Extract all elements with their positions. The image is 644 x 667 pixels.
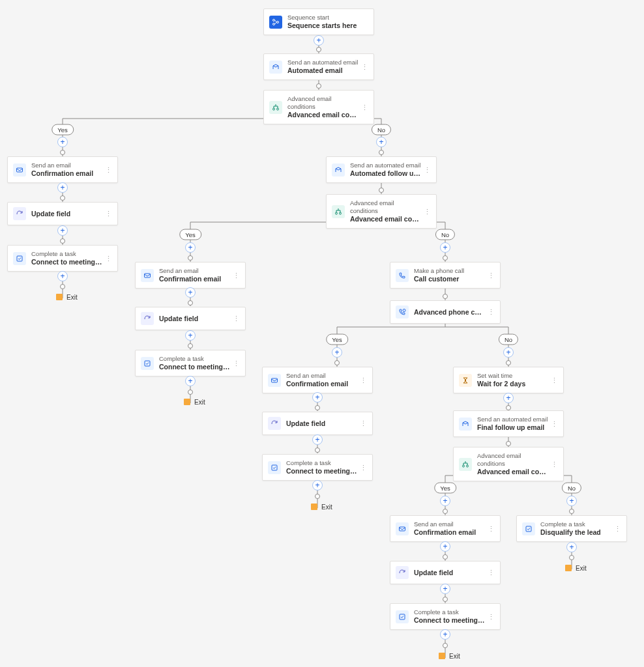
card-title: Connect to meeting for product demo r... <box>286 467 357 475</box>
complete-task-card[interactable]: Complete a task Connect to meeting for p… <box>390 603 501 630</box>
connector-dot <box>506 405 511 410</box>
add-step-button[interactable]: + <box>57 271 68 281</box>
send-email-card[interactable]: Send an email Confirmation email ⋮ <box>390 515 501 542</box>
card-title: Sequence starts here <box>287 21 368 30</box>
automated-email-icon <box>332 163 345 177</box>
add-step-button[interactable]: + <box>566 542 577 552</box>
update-field-card[interactable]: Update field ⋮ <box>7 202 118 225</box>
add-step-button[interactable]: + <box>440 541 450 552</box>
card-subtitle: Set wait time <box>477 372 548 380</box>
card-menu-icon[interactable]: ⋮ <box>421 210 431 214</box>
add-step-button[interactable]: + <box>312 392 323 403</box>
add-step-button[interactable]: + <box>503 347 514 358</box>
card-title: Update field <box>159 315 230 323</box>
card-menu-icon[interactable]: ⋮ <box>548 378 558 382</box>
add-step-button[interactable]: + <box>57 137 68 147</box>
add-step-button[interactable]: + <box>503 393 514 403</box>
final-followup-email-card[interactable]: Send an automated email Final follow up … <box>453 410 564 437</box>
email-icon <box>141 269 154 282</box>
svg-point-56 <box>336 212 338 214</box>
card-subtitle: Advanced email conditions <box>287 95 359 111</box>
add-step-button[interactable]: + <box>57 182 68 193</box>
add-step-button[interactable]: + <box>440 242 450 253</box>
card-title: Connect to meeting for product demo r... <box>159 363 230 371</box>
svg-point-37 <box>277 21 279 23</box>
update-field-icon <box>13 207 26 220</box>
connector-dot <box>443 554 448 560</box>
add-step-button[interactable]: + <box>566 496 577 506</box>
advanced-email-conditions-card[interactable]: Advanced email conditions Advanced email… <box>453 447 564 481</box>
add-step-button[interactable]: + <box>440 496 450 506</box>
update-field-card[interactable]: Update field ⋮ <box>262 412 373 435</box>
add-step-button[interactable]: + <box>185 287 196 298</box>
connector-dot <box>188 255 193 261</box>
complete-task-card[interactable]: Complete a task Connect to meeting for p… <box>135 350 246 376</box>
card-title: Confirmation email <box>31 169 102 178</box>
sequence-start-card[interactable]: Sequence start Sequence starts here <box>263 8 374 35</box>
update-field-card[interactable]: Update field ⋮ <box>135 307 246 330</box>
card-menu-icon[interactable]: ⋮ <box>102 212 112 216</box>
complete-task-card[interactable]: Complete a task Connect to meeting for p… <box>7 245 118 272</box>
card-menu-icon[interactable]: ⋮ <box>102 257 112 261</box>
svg-point-70 <box>467 465 469 467</box>
card-subtitle: Send an automated email <box>287 59 359 66</box>
card-title: Final follow up email <box>477 423 548 432</box>
phone-condition-icon <box>396 305 409 319</box>
advanced-email-conditions-card[interactable]: Advanced email conditions Advanced email… <box>263 90 374 124</box>
card-menu-icon[interactable]: ⋮ <box>485 310 495 314</box>
add-step-button[interactable]: + <box>185 242 196 253</box>
advanced-email-conditions-card[interactable]: Advanced email conditions Advanced email… <box>326 194 437 229</box>
advanced-phone-condition-card[interactable]: Advanced phone condition ⋮ <box>390 300 501 324</box>
add-step-button[interactable]: + <box>376 137 387 147</box>
card-menu-icon[interactable]: ⋮ <box>357 378 367 382</box>
phone-call-card[interactable]: Make a phone call Call customer ⋮ <box>390 262 501 289</box>
add-step-button[interactable]: + <box>314 35 324 46</box>
automated-email-card[interactable]: Send an automated email Automated email … <box>263 53 374 80</box>
no-pill: No <box>372 124 391 135</box>
complete-task-card[interactable]: Complete a task Connect to meeting for p… <box>262 454 373 481</box>
card-menu-icon[interactable]: ⋮ <box>102 168 112 172</box>
add-step-button[interactable]: + <box>185 330 196 341</box>
exit-label: Exit <box>576 565 587 572</box>
conditions-icon <box>459 458 472 471</box>
card-menu-icon[interactable]: ⋮ <box>548 462 558 466</box>
send-email-card[interactable]: Send an email Confirmation email ⋮ <box>262 367 373 393</box>
add-step-button[interactable]: + <box>312 434 323 445</box>
wait-card[interactable]: Set wait time Wait for 2 days ⋮ <box>453 367 564 393</box>
card-menu-icon[interactable]: ⋮ <box>230 362 240 365</box>
disqualify-lead-card[interactable]: Complete a task Disqualify the lead ⋮ <box>516 515 627 542</box>
automated-followup-card[interactable]: Send an automated email Automated follow… <box>326 156 437 183</box>
card-menu-icon[interactable]: ⋮ <box>611 527 621 531</box>
card-subtitle: Advanced email conditions <box>350 199 421 215</box>
add-step-button[interactable]: + <box>440 584 450 594</box>
card-menu-icon[interactable]: ⋮ <box>230 317 240 320</box>
yes-pill: Yes <box>179 229 201 240</box>
add-step-button[interactable]: + <box>312 480 323 490</box>
connector-dot <box>60 150 65 155</box>
add-step-button[interactable]: + <box>332 347 342 358</box>
update-field-card[interactable]: Update field ⋮ <box>390 561 501 584</box>
card-menu-icon[interactable]: ⋮ <box>485 274 495 277</box>
card-menu-icon[interactable]: ⋮ <box>230 274 240 277</box>
card-menu-icon[interactable]: ⋮ <box>485 615 495 619</box>
card-title: Connect to meeting for product demo r... <box>31 258 102 266</box>
task-icon <box>13 252 26 265</box>
card-menu-icon[interactable]: ⋮ <box>359 65 368 69</box>
card-menu-icon[interactable]: ⋮ <box>359 106 368 109</box>
card-menu-icon[interactable]: ⋮ <box>548 422 558 426</box>
connector-dot <box>379 150 384 155</box>
card-subtitle: Complete a task <box>414 608 485 616</box>
add-step-button[interactable]: + <box>185 376 196 386</box>
add-step-button[interactable]: + <box>57 225 68 236</box>
send-email-card[interactable]: Send an email Confirmation email ⋮ <box>135 262 246 289</box>
card-menu-icon[interactable]: ⋮ <box>421 168 431 172</box>
card-title: Advanced email conditions <box>287 111 359 119</box>
connector-dot <box>315 405 320 410</box>
card-title: Update field <box>31 210 102 218</box>
card-menu-icon[interactable]: ⋮ <box>485 571 495 575</box>
send-email-card[interactable]: Send an email Confirmation email ⋮ <box>7 156 118 183</box>
add-step-button[interactable]: + <box>440 629 450 640</box>
card-menu-icon[interactable]: ⋮ <box>485 527 495 531</box>
card-menu-icon[interactable]: ⋮ <box>357 421 367 425</box>
card-menu-icon[interactable]: ⋮ <box>357 466 367 470</box>
